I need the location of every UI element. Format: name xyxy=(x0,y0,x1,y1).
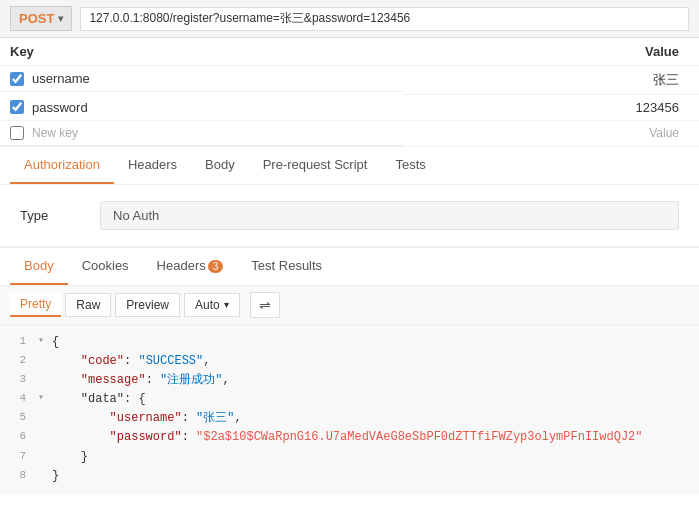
line-content: "data": { xyxy=(52,390,691,409)
response-tab-cookies[interactable]: Cookies xyxy=(68,248,143,285)
request-bar: POST ▾ xyxy=(0,0,699,38)
auth-section: Type No Auth xyxy=(0,185,699,247)
line-content: "username": "张三", xyxy=(52,409,691,428)
key-value: password xyxy=(32,100,88,115)
auto-label: Auto xyxy=(195,298,220,312)
response-tabs-bar: BodyCookiesHeaders3Test Results xyxy=(0,248,699,285)
auth-row: Type No Auth xyxy=(20,201,679,230)
new-key-cell: New key xyxy=(0,121,403,146)
request-tab-tests[interactable]: Tests xyxy=(381,147,439,184)
table-row: username 张三 xyxy=(0,66,699,95)
table-row: password 123456 xyxy=(0,95,699,121)
auto-dropdown[interactable]: Auto ▾ xyxy=(184,293,240,317)
key-column-header: Key xyxy=(0,38,403,66)
request-tabs-section: AuthorizationHeadersBodyPre-request Scri… xyxy=(0,147,699,185)
value-cell: 123456 xyxy=(403,95,699,121)
line-number: 6 xyxy=(8,428,38,446)
line-content: } xyxy=(52,448,691,467)
code-line: 3 "message": "注册成功", xyxy=(0,371,699,390)
new-key-placeholder: New key xyxy=(32,126,78,140)
format-bar: Pretty Raw Preview Auto ▾ ⇌ xyxy=(0,286,699,325)
preview-button[interactable]: Preview xyxy=(115,293,180,317)
line-toggle[interactable]: ▾ xyxy=(38,333,52,349)
code-line: 6 "password": "$2a$10$CWaRpnG16.U7aMedVA… xyxy=(0,428,699,447)
new-value-cell: Value xyxy=(403,121,699,147)
line-toggle[interactable]: ▾ xyxy=(38,390,52,406)
response-tab-headers[interactable]: Headers3 xyxy=(143,248,238,285)
response-tabs-section: BodyCookiesHeaders3Test Results xyxy=(0,248,699,286)
line-number: 5 xyxy=(8,409,38,427)
row-checkbox[interactable] xyxy=(10,100,24,114)
request-tabs-bar: AuthorizationHeadersBodyPre-request Scri… xyxy=(0,147,699,184)
pretty-button[interactable]: Pretty xyxy=(10,293,61,317)
key-cell: password xyxy=(0,95,403,121)
url-input[interactable] xyxy=(80,7,689,31)
auth-type-value[interactable]: No Auth xyxy=(100,201,679,230)
request-tab-authorization[interactable]: Authorization xyxy=(10,147,114,184)
type-label: Type xyxy=(20,208,80,223)
line-number: 7 xyxy=(8,448,38,466)
method-dropdown[interactable]: POST ▾ xyxy=(10,6,72,31)
line-content: "password": "$2a$10$CWaRpnG16.U7aMedVAeG… xyxy=(52,428,691,447)
code-line: 5 "username": "张三", xyxy=(0,409,699,428)
new-key-row: New key Value xyxy=(0,121,699,147)
method-label: POST xyxy=(19,11,54,26)
row-checkbox[interactable] xyxy=(10,72,24,86)
response-tab-body[interactable]: Body xyxy=(10,248,68,285)
code-line: 1▾{ xyxy=(0,333,699,352)
line-content: { xyxy=(52,333,691,352)
raw-button[interactable]: Raw xyxy=(65,293,111,317)
method-chevron: ▾ xyxy=(58,13,63,24)
code-line: 4▾ "data": { xyxy=(0,390,699,409)
line-content: } xyxy=(52,467,691,486)
value-column-header: Value xyxy=(403,38,699,66)
line-number: 2 xyxy=(8,352,38,370)
line-number: 1 xyxy=(8,333,38,351)
line-number: 4 xyxy=(8,390,38,408)
line-content: "message": "注册成功", xyxy=(52,371,691,390)
new-row-checkbox[interactable] xyxy=(10,126,24,140)
line-number: 8 xyxy=(8,467,38,485)
auto-chevron: ▾ xyxy=(224,299,229,310)
code-line: 7 } xyxy=(0,448,699,467)
wrap-icon[interactable]: ⇌ xyxy=(250,292,280,318)
key-cell: username xyxy=(0,66,403,92)
request-tab-body[interactable]: Body xyxy=(191,147,249,184)
response-tab-test-results[interactable]: Test Results xyxy=(237,248,336,285)
response-body: 1▾{2 "code": "SUCCESS",3 "message": "注册成… xyxy=(0,325,699,495)
code-line: 8 } xyxy=(0,467,699,486)
line-content: "code": "SUCCESS", xyxy=(52,352,691,371)
value-cell: 张三 xyxy=(403,66,699,95)
params-table: Key Value username 张三 password 123456 Ne… xyxy=(0,38,699,147)
key-value: username xyxy=(32,71,90,86)
request-tab-headers[interactable]: Headers xyxy=(114,147,191,184)
code-line: 2 "code": "SUCCESS", xyxy=(0,352,699,371)
line-number: 3 xyxy=(8,371,38,389)
request-tab-pre-request-script[interactable]: Pre-request Script xyxy=(249,147,382,184)
tab-badge: 3 xyxy=(208,260,224,273)
